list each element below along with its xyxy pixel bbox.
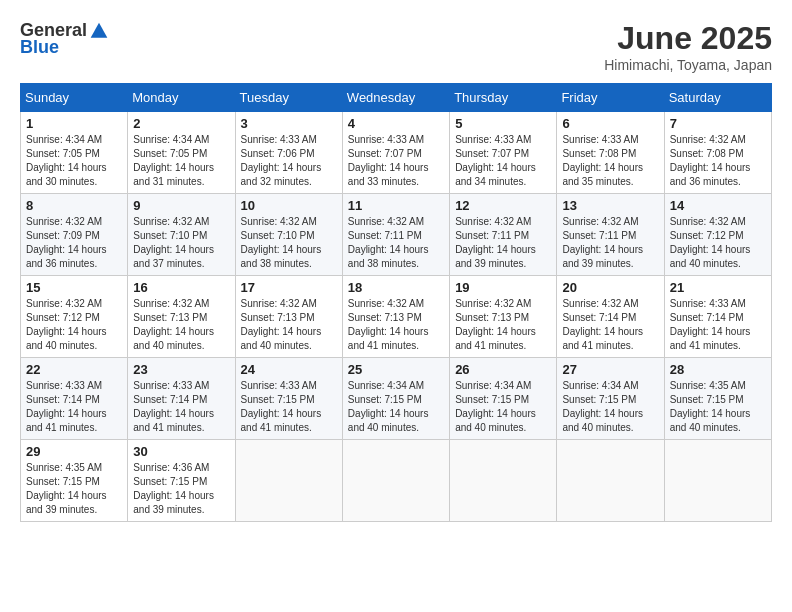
calendar-table: Sunday Monday Tuesday Wednesday Thursday…: [20, 83, 772, 522]
day-info: Sunrise: 4:34 AM Sunset: 7:05 PM Dayligh…: [26, 133, 122, 189]
calendar-day-cell: 18 Sunrise: 4:32 AM Sunset: 7:13 PM Dayl…: [342, 276, 449, 358]
calendar-week-row: 1 Sunrise: 4:34 AM Sunset: 7:05 PM Dayli…: [21, 112, 772, 194]
day-number: 26: [455, 362, 551, 377]
col-tuesday: Tuesday: [235, 84, 342, 112]
day-number: 21: [670, 280, 766, 295]
day-info: Sunrise: 4:32 AM Sunset: 7:13 PM Dayligh…: [133, 297, 229, 353]
calendar-day-cell: 19 Sunrise: 4:32 AM Sunset: 7:13 PM Dayl…: [450, 276, 557, 358]
day-info: Sunrise: 4:32 AM Sunset: 7:12 PM Dayligh…: [670, 215, 766, 271]
calendar-day-cell: [342, 440, 449, 522]
day-number: 12: [455, 198, 551, 213]
col-sunday: Sunday: [21, 84, 128, 112]
day-info: Sunrise: 4:32 AM Sunset: 7:10 PM Dayligh…: [133, 215, 229, 271]
calendar-day-cell: 3 Sunrise: 4:33 AM Sunset: 7:06 PM Dayli…: [235, 112, 342, 194]
day-number: 1: [26, 116, 122, 131]
calendar-day-cell: 7 Sunrise: 4:32 AM Sunset: 7:08 PM Dayli…: [664, 112, 771, 194]
calendar-day-cell: 30 Sunrise: 4:36 AM Sunset: 7:15 PM Dayl…: [128, 440, 235, 522]
logo-blue-text: Blue: [20, 37, 59, 58]
day-info: Sunrise: 4:32 AM Sunset: 7:11 PM Dayligh…: [455, 215, 551, 271]
day-info: Sunrise: 4:35 AM Sunset: 7:15 PM Dayligh…: [670, 379, 766, 435]
day-info: Sunrise: 4:32 AM Sunset: 7:14 PM Dayligh…: [562, 297, 658, 353]
day-number: 7: [670, 116, 766, 131]
calendar-day-cell: 26 Sunrise: 4:34 AM Sunset: 7:15 PM Dayl…: [450, 358, 557, 440]
col-thursday: Thursday: [450, 84, 557, 112]
day-info: Sunrise: 4:33 AM Sunset: 7:15 PM Dayligh…: [241, 379, 337, 435]
calendar-week-row: 15 Sunrise: 4:32 AM Sunset: 7:12 PM Dayl…: [21, 276, 772, 358]
calendar-day-cell: [450, 440, 557, 522]
col-saturday: Saturday: [664, 84, 771, 112]
calendar-day-cell: [557, 440, 664, 522]
day-number: 11: [348, 198, 444, 213]
calendar-day-cell: 11 Sunrise: 4:32 AM Sunset: 7:11 PM Dayl…: [342, 194, 449, 276]
calendar-day-cell: 23 Sunrise: 4:33 AM Sunset: 7:14 PM Dayl…: [128, 358, 235, 440]
day-info: Sunrise: 4:35 AM Sunset: 7:15 PM Dayligh…: [26, 461, 122, 517]
day-number: 29: [26, 444, 122, 459]
day-info: Sunrise: 4:32 AM Sunset: 7:08 PM Dayligh…: [670, 133, 766, 189]
day-number: 5: [455, 116, 551, 131]
day-info: Sunrise: 4:33 AM Sunset: 7:14 PM Dayligh…: [670, 297, 766, 353]
day-info: Sunrise: 4:32 AM Sunset: 7:09 PM Dayligh…: [26, 215, 122, 271]
day-number: 28: [670, 362, 766, 377]
calendar-day-cell: 17 Sunrise: 4:32 AM Sunset: 7:13 PM Dayl…: [235, 276, 342, 358]
calendar-week-row: 22 Sunrise: 4:33 AM Sunset: 7:14 PM Dayl…: [21, 358, 772, 440]
day-info: Sunrise: 4:32 AM Sunset: 7:13 PM Dayligh…: [455, 297, 551, 353]
day-info: Sunrise: 4:32 AM Sunset: 7:12 PM Dayligh…: [26, 297, 122, 353]
day-number: 15: [26, 280, 122, 295]
day-info: Sunrise: 4:34 AM Sunset: 7:15 PM Dayligh…: [455, 379, 551, 435]
calendar-day-cell: 5 Sunrise: 4:33 AM Sunset: 7:07 PM Dayli…: [450, 112, 557, 194]
day-number: 17: [241, 280, 337, 295]
day-info: Sunrise: 4:33 AM Sunset: 7:14 PM Dayligh…: [26, 379, 122, 435]
day-number: 6: [562, 116, 658, 131]
page-header: General Blue June 2025 Himimachi, Toyama…: [20, 20, 772, 73]
calendar-day-cell: 25 Sunrise: 4:34 AM Sunset: 7:15 PM Dayl…: [342, 358, 449, 440]
calendar-header-row: Sunday Monday Tuesday Wednesday Thursday…: [21, 84, 772, 112]
svg-marker-0: [91, 22, 108, 37]
day-number: 27: [562, 362, 658, 377]
day-info: Sunrise: 4:32 AM Sunset: 7:13 PM Dayligh…: [348, 297, 444, 353]
day-info: Sunrise: 4:33 AM Sunset: 7:07 PM Dayligh…: [348, 133, 444, 189]
day-info: Sunrise: 4:34 AM Sunset: 7:15 PM Dayligh…: [348, 379, 444, 435]
day-info: Sunrise: 4:33 AM Sunset: 7:08 PM Dayligh…: [562, 133, 658, 189]
calendar-location: Himimachi, Toyama, Japan: [604, 57, 772, 73]
day-number: 25: [348, 362, 444, 377]
day-number: 4: [348, 116, 444, 131]
calendar-day-cell: 1 Sunrise: 4:34 AM Sunset: 7:05 PM Dayli…: [21, 112, 128, 194]
logo: General Blue: [20, 20, 109, 58]
calendar-day-cell: 13 Sunrise: 4:32 AM Sunset: 7:11 PM Dayl…: [557, 194, 664, 276]
day-info: Sunrise: 4:33 AM Sunset: 7:14 PM Dayligh…: [133, 379, 229, 435]
day-info: Sunrise: 4:32 AM Sunset: 7:13 PM Dayligh…: [241, 297, 337, 353]
day-info: Sunrise: 4:34 AM Sunset: 7:05 PM Dayligh…: [133, 133, 229, 189]
calendar-day-cell: 24 Sunrise: 4:33 AM Sunset: 7:15 PM Dayl…: [235, 358, 342, 440]
day-number: 2: [133, 116, 229, 131]
calendar-week-row: 29 Sunrise: 4:35 AM Sunset: 7:15 PM Dayl…: [21, 440, 772, 522]
day-info: Sunrise: 4:33 AM Sunset: 7:07 PM Dayligh…: [455, 133, 551, 189]
day-number: 10: [241, 198, 337, 213]
calendar-title: June 2025: [604, 20, 772, 57]
calendar-day-cell: 8 Sunrise: 4:32 AM Sunset: 7:09 PM Dayli…: [21, 194, 128, 276]
calendar-day-cell: 16 Sunrise: 4:32 AM Sunset: 7:13 PM Dayl…: [128, 276, 235, 358]
calendar-day-cell: 10 Sunrise: 4:32 AM Sunset: 7:10 PM Dayl…: [235, 194, 342, 276]
title-block: June 2025 Himimachi, Toyama, Japan: [604, 20, 772, 73]
day-number: 30: [133, 444, 229, 459]
day-number: 18: [348, 280, 444, 295]
day-number: 9: [133, 198, 229, 213]
day-number: 8: [26, 198, 122, 213]
calendar-day-cell: 9 Sunrise: 4:32 AM Sunset: 7:10 PM Dayli…: [128, 194, 235, 276]
day-number: 23: [133, 362, 229, 377]
calendar-day-cell: 12 Sunrise: 4:32 AM Sunset: 7:11 PM Dayl…: [450, 194, 557, 276]
calendar-day-cell: 21 Sunrise: 4:33 AM Sunset: 7:14 PM Dayl…: [664, 276, 771, 358]
calendar-day-cell: 6 Sunrise: 4:33 AM Sunset: 7:08 PM Dayli…: [557, 112, 664, 194]
calendar-day-cell: 15 Sunrise: 4:32 AM Sunset: 7:12 PM Dayl…: [21, 276, 128, 358]
day-info: Sunrise: 4:32 AM Sunset: 7:11 PM Dayligh…: [562, 215, 658, 271]
day-info: Sunrise: 4:34 AM Sunset: 7:15 PM Dayligh…: [562, 379, 658, 435]
logo-icon: [89, 21, 109, 41]
calendar-day-cell: 22 Sunrise: 4:33 AM Sunset: 7:14 PM Dayl…: [21, 358, 128, 440]
calendar-day-cell: [235, 440, 342, 522]
day-number: 20: [562, 280, 658, 295]
day-number: 14: [670, 198, 766, 213]
day-info: Sunrise: 4:36 AM Sunset: 7:15 PM Dayligh…: [133, 461, 229, 517]
day-info: Sunrise: 4:32 AM Sunset: 7:11 PM Dayligh…: [348, 215, 444, 271]
col-friday: Friday: [557, 84, 664, 112]
day-info: Sunrise: 4:33 AM Sunset: 7:06 PM Dayligh…: [241, 133, 337, 189]
col-wednesday: Wednesday: [342, 84, 449, 112]
